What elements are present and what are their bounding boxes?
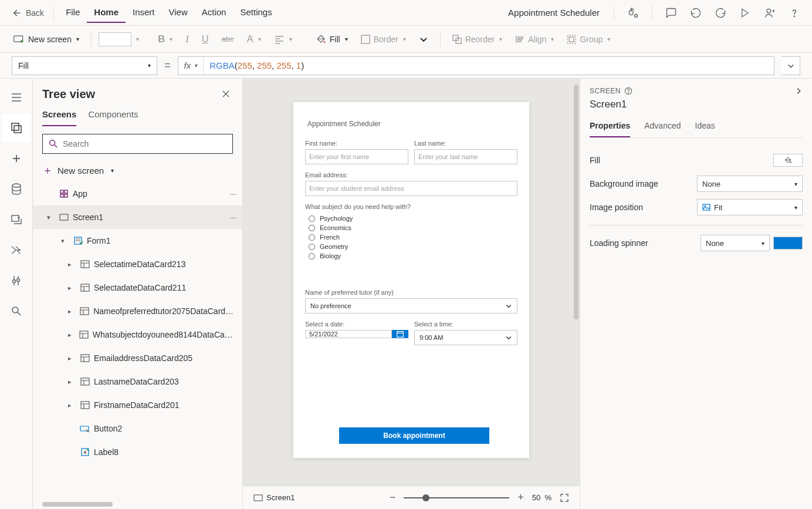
app-checker-icon[interactable]: [622, 2, 644, 23]
tree-node-app[interactable]: App···: [33, 182, 242, 205]
radio-french[interactable]: French: [305, 232, 517, 242]
date-picker[interactable]: 5/21/2022: [305, 330, 408, 338]
book-appointment-button[interactable]: Book appointment: [339, 427, 489, 444]
zoom-slider-thumb[interactable]: [422, 494, 429, 501]
props-tab-ideas[interactable]: Ideas: [695, 116, 715, 137]
menu-view[interactable]: View: [162, 2, 195, 23]
rail-hamburger-icon[interactable]: [2, 83, 31, 112]
menu-settings[interactable]: Settings: [233, 2, 279, 23]
rail-search-icon[interactable]: [2, 297, 31, 325]
redo-icon[interactable]: [710, 2, 731, 23]
fill-button[interactable]: Fill ▾: [311, 32, 353, 47]
chevron-right-icon[interactable]: ▸: [68, 331, 76, 339]
time-select[interactable]: 9:00 AM: [414, 330, 517, 345]
canvas-vertical-scrollbar[interactable]: [574, 85, 578, 319]
prop-img-pos-select[interactable]: Fit ▾: [697, 199, 803, 215]
status-screen-selector[interactable]: Screen1: [253, 493, 295, 502]
tree-node-nameofpreferredtutor2075datacard209[interactable]: ▸Nameofpreferredtutor2075DataCard209: [33, 299, 242, 323]
chevron-right-icon[interactable]: ▸: [68, 402, 76, 409]
expand-chevron-button[interactable]: [414, 32, 433, 46]
tutor-select[interactable]: No preference: [305, 298, 517, 314]
prop-spinner-color-swatch[interactable]: [773, 237, 803, 250]
chevron-down-icon[interactable]: ▾: [47, 214, 55, 221]
tree-node-firstnamedatacard201[interactable]: ▸FirstnameDataCard201: [33, 393, 242, 417]
chevron-down-icon[interactable]: ▾: [61, 237, 69, 245]
formula-expand-button[interactable]: [781, 56, 800, 75]
tree-node-lastnamedatacard203[interactable]: ▸LastnameDataCard203: [33, 370, 242, 393]
radio-biology[interactable]: Biology: [305, 251, 517, 261]
rail-media-icon[interactable]: [2, 205, 31, 234]
prop-fill-swatch[interactable]: [773, 154, 803, 167]
zoom-in-button[interactable]: +: [517, 491, 524, 504]
chevron-right-icon[interactable]: ▸: [68, 308, 76, 315]
align-button[interactable]: Align ▾: [510, 32, 559, 46]
tree-node-whatsubjectdoyouneed8144datacard207[interactable]: ▸Whatsubjectdoyouneed8144DataCard207: [33, 323, 242, 346]
chevron-right-icon[interactable]: ▸: [68, 261, 76, 268]
zoom-out-button[interactable]: −: [390, 491, 396, 504]
first-name-input[interactable]: Enter your first name: [305, 149, 408, 164]
play-icon[interactable]: [735, 2, 756, 23]
radio-economics[interactable]: Economics: [305, 223, 517, 232]
email-input[interactable]: Enter your student email address: [305, 181, 517, 196]
props-tab-advanced[interactable]: Advanced: [644, 116, 681, 137]
bold-button[interactable]: B▾: [153, 31, 177, 48]
props-tab-properties[interactable]: Properties: [590, 116, 630, 137]
canvas-viewport[interactable]: Appointment Scheduler First name: Enter …: [243, 79, 580, 486]
tree-node-emailaddressdatacard205[interactable]: ▸EmailaddressDataCard205: [33, 346, 242, 370]
last-name-input[interactable]: Enter your last name: [414, 149, 517, 164]
rail-data-icon[interactable]: [2, 175, 31, 203]
radio-psychology[interactable]: Psychology: [305, 214, 517, 223]
chevron-down-icon[interactable]: ▾: [136, 36, 139, 42]
menu-home[interactable]: Home: [87, 2, 126, 23]
close-panel-icon[interactable]: [219, 87, 233, 101]
info-icon[interactable]: [624, 87, 632, 95]
tree-node-selectatimedatacard213[interactable]: ▸SelectatimeDataCard213: [33, 252, 242, 276]
formula-input[interactable]: RGBA(255, 255, 255, 1): [204, 60, 774, 71]
fx-label[interactable]: fx▾: [178, 57, 204, 75]
phone-canvas[interactable]: Appointment Scheduler First name: Enter …: [293, 102, 529, 458]
radio-geometry[interactable]: Geometry: [305, 242, 517, 251]
zoom-slider[interactable]: [404, 497, 509, 498]
new-screen-button[interactable]: New screen ▾: [8, 32, 84, 46]
font-color-button[interactable]: A▾: [242, 31, 265, 48]
rail-tree-view-icon[interactable]: [2, 114, 31, 142]
more-icon[interactable]: ···: [229, 213, 236, 222]
prop-bg-image-select[interactable]: None ▾: [697, 176, 803, 192]
tree-node-form1[interactable]: ▾Form1: [33, 229, 242, 252]
chevron-right-icon[interactable]: ▸: [68, 378, 76, 386]
tree-horizontal-scrollbar[interactable]: [42, 502, 113, 507]
fit-to-window-icon[interactable]: [560, 493, 569, 503]
rail-insert-icon[interactable]: [2, 144, 31, 173]
calendar-icon[interactable]: [392, 330, 408, 338]
tree-search-input[interactable]: [42, 134, 233, 154]
prop-spinner-select[interactable]: None ▾: [701, 235, 770, 251]
group-button[interactable]: Group ▾: [562, 32, 615, 46]
help-icon[interactable]: [784, 2, 805, 23]
chevron-right-icon[interactable]: ▸: [68, 284, 76, 292]
italic-button[interactable]: I: [181, 31, 194, 48]
reorder-button[interactable]: Reorder ▾: [448, 32, 508, 46]
back-button[interactable]: Back: [7, 5, 49, 21]
rail-powerautomate-icon[interactable]: [2, 236, 31, 264]
tree-node-screen1[interactable]: ▾Screen1···: [33, 205, 242, 229]
comments-icon[interactable]: [661, 2, 682, 23]
border-button[interactable]: Border ▾: [356, 32, 411, 46]
tab-screens[interactable]: Screens: [42, 106, 76, 126]
tab-components[interactable]: Components: [88, 106, 138, 126]
rail-advancedtools-icon[interactable]: [2, 267, 31, 295]
search-field[interactable]: [63, 139, 226, 149]
props-expand-icon[interactable]: [794, 87, 803, 95]
underline-button[interactable]: U: [197, 32, 214, 47]
menu-file[interactable]: File: [59, 2, 87, 23]
tree-node-label8[interactable]: Label8: [33, 440, 242, 464]
undo-icon[interactable]: [685, 2, 706, 23]
menu-insert[interactable]: Insert: [126, 2, 162, 23]
tree-node-button2[interactable]: Button2: [33, 417, 242, 440]
menu-action[interactable]: Action: [195, 2, 234, 23]
theme-swatch[interactable]: [99, 32, 131, 46]
more-icon[interactable]: ···: [229, 189, 236, 198]
share-icon[interactable]: [759, 2, 780, 23]
property-selector[interactable]: Fill ▾: [12, 56, 157, 75]
chevron-right-icon[interactable]: ▸: [68, 355, 76, 362]
text-align-button[interactable]: ▾: [269, 32, 297, 46]
